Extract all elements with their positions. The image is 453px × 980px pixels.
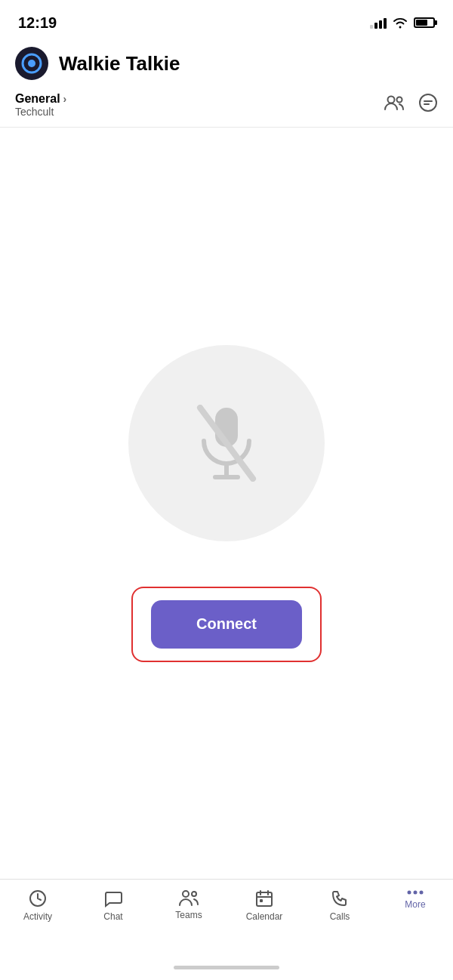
channel-sublabel: Techcult (15, 106, 66, 118)
nav-item-chat[interactable]: Chat (76, 889, 151, 922)
home-bar (174, 966, 279, 969)
nav-label-activity: Activity (23, 911, 52, 922)
nav-label-more: More (405, 899, 425, 910)
calendar-nav-icon (254, 889, 274, 908)
status-icons (370, 17, 435, 29)
svg-rect-11 (257, 892, 272, 906)
app-title: Walkie Talkie (59, 52, 180, 76)
chat-nav-icon (103, 889, 123, 908)
app-header: Walkie Talkie (0, 41, 453, 89)
nav-item-teams[interactable]: Teams (151, 889, 226, 920)
svg-rect-15 (260, 899, 263, 902)
nav-item-calendar[interactable]: Calendar (226, 889, 302, 922)
connect-button[interactable]: Connect (151, 600, 302, 649)
activity-icon (28, 889, 48, 908)
nav-item-more[interactable]: More (378, 889, 453, 910)
nav-label-teams: Teams (175, 910, 202, 920)
main-content: Connect (0, 128, 453, 879)
app-logo (15, 47, 48, 80)
people-icon[interactable] (384, 94, 405, 116)
chat-icon[interactable] (418, 93, 438, 117)
nav-item-calls[interactable]: Calls (302, 889, 378, 922)
home-indicator (0, 954, 453, 980)
svg-point-4 (420, 94, 436, 111)
status-time: 12:19 (18, 14, 57, 32)
channel-chevron-icon: › (63, 93, 67, 105)
wifi-icon (393, 17, 408, 29)
svg-point-16 (408, 891, 411, 895)
status-bar: 12:19 (0, 0, 453, 41)
channel-actions (384, 93, 438, 117)
calls-nav-icon (330, 889, 350, 908)
more-nav-icon (405, 889, 425, 896)
channel-name[interactable]: General › (15, 92, 66, 106)
svg-point-9 (183, 891, 189, 897)
nav-item-activity[interactable]: Activity (0, 889, 76, 922)
connect-area: Connect (131, 587, 322, 662)
nav-label-chat: Chat (103, 911, 122, 922)
bottom-nav: Activity Chat Teams Calendar Ca (0, 879, 453, 954)
svg-point-1 (28, 60, 35, 67)
battery-icon (414, 17, 435, 28)
teams-nav-icon (178, 889, 199, 907)
svg-point-18 (420, 891, 424, 895)
channel-bar: General › Techcult (0, 89, 453, 127)
svg-point-17 (414, 891, 418, 895)
signal-icon (370, 17, 387, 29)
channel-info: General › Techcult (15, 92, 66, 118)
svg-point-3 (397, 97, 402, 103)
nav-label-calls: Calls (330, 911, 350, 922)
svg-point-2 (388, 97, 395, 103)
svg-point-10 (192, 892, 196, 896)
nav-label-calendar: Calendar (246, 911, 283, 922)
mic-muted-icon (193, 402, 260, 485)
mic-muted-circle (128, 345, 325, 541)
